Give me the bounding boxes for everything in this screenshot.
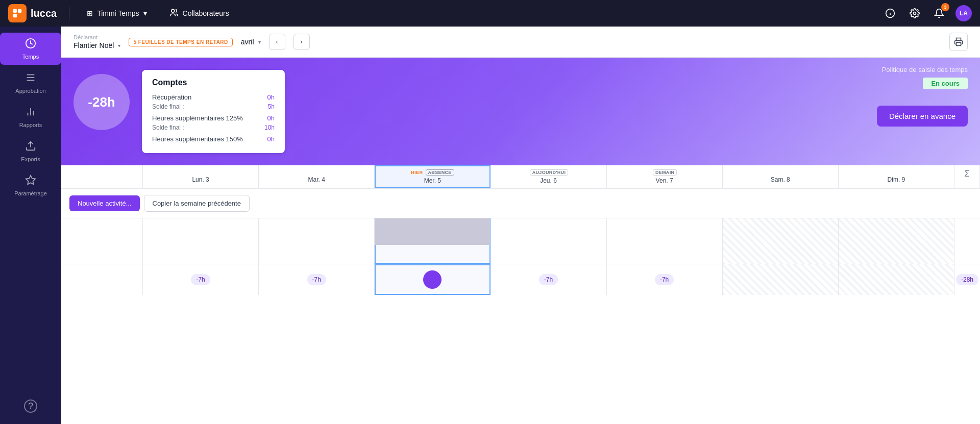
sidebar: Temps Approbation Rapports: [0, 27, 61, 424]
module-timmi[interactable]: ⊞ Timmi Temps ▾: [82, 6, 152, 20]
sigma-header: Σ: [954, 165, 980, 188]
balance-circle: -28h: [74, 74, 130, 130]
month-select[interactable]: avril ▾: [241, 38, 261, 46]
month-name: avril: [241, 38, 254, 46]
parametrage-icon: [25, 174, 36, 188]
sidebar-label-temps: Temps: [22, 54, 39, 60]
header-bar: Déclarant Flantier Noël ▾ 5 FEUILLES DE …: [61, 27, 980, 58]
sidebar-item-rapports[interactable]: Rapports: [0, 101, 61, 133]
day-header-lun3: Lun. 3: [143, 165, 259, 188]
declarant-select[interactable]: Flantier Noël ▾: [74, 41, 120, 49]
gear-button[interactable]: [906, 5, 923, 21]
month-chevron-icon: ▾: [258, 39, 261, 45]
declarant-name: Flantier Noël: [74, 41, 114, 49]
sidebar-label-rapports: Rapports: [19, 122, 42, 128]
data-cell-jeu6[interactable]: [491, 218, 606, 264]
sidebar-item-parametrage[interactable]: Paramétrage: [0, 169, 61, 202]
data-cell-lun3[interactable]: [143, 218, 259, 264]
summary-cell-mar4: -7h: [259, 264, 375, 295]
sidebar-item-exports[interactable]: Exports: [0, 135, 61, 167]
sidebar-item-approbation[interactable]: Approbation: [0, 67, 61, 99]
svg-point-3: [18, 14, 21, 17]
day-tag-mar4: [261, 169, 372, 174]
day-tag-lun3: [145, 169, 256, 174]
svg-rect-0: [13, 9, 17, 13]
day-tag-sam8: [725, 169, 836, 174]
summary-row: -7h -7h -7h -7h -28h: [61, 264, 980, 295]
grey-block: [375, 218, 490, 245]
svg-rect-17: [957, 43, 961, 46]
data-cell-mer5[interactable]: [375, 218, 491, 264]
rapports-icon: [25, 106, 36, 120]
recuperation-label: Récupération: [152, 93, 191, 101]
sidebar-item-temps[interactable]: Temps: [0, 33, 61, 65]
time-bubble-mar4: -7h: [307, 274, 326, 285]
purple-section: -28h Comptes Récupération 0h Solde final…: [61, 58, 980, 165]
notifications-button[interactable]: 3: [931, 5, 947, 21]
day-tag-dim9: [841, 169, 952, 174]
main-layout: Temps Approbation Rapports: [0, 27, 980, 424]
heures-125-value: 0h: [267, 114, 275, 122]
data-cell-sam8: [723, 218, 839, 264]
svg-rect-2: [13, 14, 17, 17]
logo[interactable]: lucca: [8, 4, 57, 22]
collaborateurs-item[interactable]: Collaborateurs: [164, 5, 234, 22]
svg-point-4: [171, 9, 174, 12]
time-bubble-lun3: -7h: [191, 274, 210, 285]
cal-header-left: [61, 165, 143, 188]
logo-text: lucca: [31, 8, 57, 19]
heures-150-row: Heures supplémentaires 150% 0h: [152, 135, 275, 143]
top-navigation: lucca ⊞ Timmi Temps ▾ Collaborateurs: [0, 0, 980, 27]
declarant-chevron-icon: ▾: [118, 43, 120, 48]
module-grid-icon: ⊞: [87, 9, 93, 17]
summary-cell-ven7: -7h: [607, 264, 723, 295]
main-content: Déclarant Flantier Noël ▾ 5 FEUILLES DE …: [61, 27, 980, 424]
day-tag-jeu6: AUJOURD'HUI: [493, 169, 604, 176]
module-name: Timmi Temps: [97, 9, 139, 17]
day-name-dim9: Dim. 9: [888, 176, 905, 183]
new-activity-button[interactable]: Nouvelle activité...: [69, 195, 140, 211]
time-bubble-ven7: -7h: [655, 274, 674, 285]
heures-125-row: Heures supplémentaires 125% 0h: [152, 114, 275, 122]
sidebar-help[interactable]: ?: [0, 394, 61, 418]
temps-icon: [25, 38, 36, 52]
notification-badge: 3: [941, 3, 949, 11]
declarant-label: Déclarant: [74, 34, 120, 40]
module-chevron-icon: ▾: [143, 9, 147, 17]
prev-month-button[interactable]: ‹: [269, 34, 285, 50]
summary-cell-mer5: [375, 264, 491, 295]
print-button[interactable]: [949, 33, 968, 51]
declarer-btn[interactable]: Déclarer en avance: [877, 106, 968, 127]
alert-badge: 5 FEUILLES DE TEMPS EN RETARD: [129, 38, 232, 46]
day-header-sam8: Sam. 8: [723, 165, 839, 188]
data-cell-left: [61, 218, 143, 264]
collaborateurs-icon: [169, 8, 179, 19]
day-header-mer5: HIER ABSENCE Mer. 5: [375, 165, 491, 188]
sidebar-label-approbation: Approbation: [15, 88, 45, 94]
sidebar-label-exports: Exports: [21, 156, 40, 162]
data-cell-ven7[interactable]: [607, 218, 723, 264]
topnav-right: 3 LA: [882, 5, 972, 21]
user-avatar[interactable]: LA: [955, 5, 972, 21]
comptes-card: Comptes Récupération 0h Solde final : 5h…: [142, 70, 285, 153]
data-cell-dim9: [839, 218, 954, 264]
en-cours-badge: En cours: [923, 78, 968, 89]
data-cell-mar4[interactable]: [259, 218, 375, 264]
solde-final-1-row: Solde final : 5h: [152, 103, 275, 110]
day-name-lun3: Lun. 3: [192, 176, 209, 183]
copy-week-button[interactable]: Copier la semaine précédente: [144, 195, 250, 212]
summary-cell-left: [61, 264, 143, 295]
info-button[interactable]: [882, 5, 898, 21]
approbation-icon: [25, 72, 36, 86]
calendar-header: Lun. 3 Mar. 4 HIER ABSENCE Mer. 5: [61, 165, 980, 189]
summary-cell-lun3: -7h: [143, 264, 259, 295]
summary-cell-dim9: [839, 264, 954, 295]
help-icon: ?: [24, 400, 37, 413]
heures-150-value: 0h: [267, 135, 275, 143]
time-bubble-jeu6: -7h: [539, 274, 558, 285]
data-row: [61, 218, 980, 264]
next-month-button[interactable]: ›: [293, 34, 310, 50]
solde-final-1-label: Solde final :: [152, 103, 184, 110]
calendar-section: Lun. 3 Mar. 4 HIER ABSENCE Mer. 5: [61, 165, 980, 424]
day-header-jeu6: AUJOURD'HUI Jeu. 6: [491, 165, 606, 188]
